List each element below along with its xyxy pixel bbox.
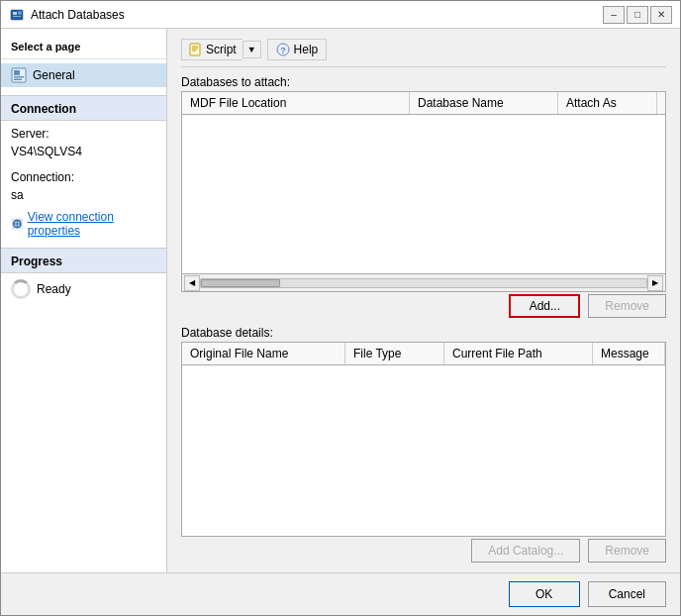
add-button[interactable]: Add... xyxy=(509,294,580,318)
view-connection-link[interactable]: View connection properties xyxy=(1,208,166,240)
connection-link-icon xyxy=(11,217,24,231)
main-area: Script ▼ ? Help Databases to attach: xyxy=(167,29,680,572)
spinner-icon xyxy=(11,279,31,299)
svg-text:?: ? xyxy=(280,46,286,55)
cancel-button[interactable]: Cancel xyxy=(588,581,666,607)
connection-info: Connection: sa xyxy=(1,164,166,208)
script-icon xyxy=(188,43,202,56)
attach-section: Databases to attach: MDF File Location D… xyxy=(181,75,666,318)
add-catalog-button[interactable]: Add Catalog... xyxy=(471,539,580,563)
original-file-header: Original File Name xyxy=(182,343,345,364)
attach-label: Databases to attach: xyxy=(181,75,666,89)
dialog-footer: OK Cancel xyxy=(1,572,680,615)
progress-content: Ready xyxy=(1,273,166,305)
dialog-body: Select a page General Connection Server:… xyxy=(1,29,680,572)
extra-column-header xyxy=(657,92,666,114)
connection-header: Connection xyxy=(1,95,166,121)
toolbar: Script ▼ ? Help xyxy=(181,39,666,67)
details-table-header: Original File Name File Type Current Fil… xyxy=(182,343,665,365)
current-file-path-header: Current File Path xyxy=(444,343,593,364)
help-label: Help xyxy=(294,43,319,56)
svg-rect-2 xyxy=(13,16,21,17)
message-header: Message xyxy=(593,343,665,364)
connection-value: sa xyxy=(11,188,24,202)
general-item-label: General xyxy=(33,68,75,82)
server-value: VS4\SQLVS4 xyxy=(11,145,82,158)
general-icon xyxy=(11,67,27,83)
scrollbar-thumb[interactable] xyxy=(201,279,280,287)
script-arrow[interactable]: ▼ xyxy=(243,41,261,58)
attach-buttons: Add... Remove xyxy=(181,294,666,318)
maximize-button[interactable]: □ xyxy=(627,6,648,24)
script-dropdown[interactable]: Script ▼ xyxy=(181,39,261,60)
help-button[interactable]: ? Help xyxy=(267,39,328,60)
scroll-right-button[interactable]: ▶ xyxy=(647,275,663,291)
dbname-column-header: Database Name xyxy=(410,92,558,114)
title-bar: Attach Databases – □ ✕ xyxy=(1,1,680,29)
details-table-body[interactable] xyxy=(182,365,665,464)
sidebar-item-general[interactable]: General xyxy=(1,63,166,87)
svg-rect-7 xyxy=(14,79,22,81)
details-remove-button[interactable]: Remove xyxy=(588,539,666,563)
remove-button[interactable]: Remove xyxy=(588,294,666,318)
svg-rect-1 xyxy=(13,12,17,15)
scroll-left-button[interactable]: ◀ xyxy=(184,275,200,291)
connection-label: Connection: xyxy=(11,170,74,184)
help-icon: ? xyxy=(276,43,290,56)
minimize-button[interactable]: – xyxy=(603,6,625,24)
dialog-icon xyxy=(9,7,25,23)
scrollbar-area[interactable]: ◀ ▶ xyxy=(182,273,665,291)
server-info: Server: VS4\SQLVS4 xyxy=(1,121,166,164)
view-connection-text: View connection properties xyxy=(28,210,156,238)
attach-table: MDF File Location Database Name Attach A… xyxy=(181,91,666,292)
details-label: Database details: xyxy=(181,326,666,340)
script-label: Script xyxy=(206,43,237,56)
svg-point-3 xyxy=(18,11,22,15)
ready-label: Ready xyxy=(37,282,71,296)
server-label: Server: xyxy=(11,127,49,141)
attach-databases-dialog: Attach Databases – □ ✕ Select a page Ge xyxy=(0,0,681,616)
svg-rect-6 xyxy=(14,76,24,78)
scrollbar-track[interactable] xyxy=(200,278,647,288)
attach-table-body[interactable] xyxy=(182,115,665,273)
details-buttons: Add Catalog... Remove xyxy=(181,539,666,563)
svg-rect-5 xyxy=(14,70,20,75)
details-table: Original File Name File Type Current Fil… xyxy=(181,342,666,537)
file-type-header: File Type xyxy=(345,343,444,364)
mdf-column-header: MDF File Location xyxy=(182,92,410,114)
close-button[interactable]: ✕ xyxy=(650,6,672,24)
ok-button[interactable]: OK xyxy=(509,581,580,607)
select-page-label: Select a page xyxy=(1,37,166,59)
dialog-title: Attach Databases xyxy=(31,8,603,22)
attachas-column-header: Attach As xyxy=(558,92,657,114)
svg-rect-12 xyxy=(190,44,200,55)
window-controls: – □ ✕ xyxy=(603,6,672,24)
attach-table-header: MDF File Location Database Name Attach A… xyxy=(182,92,665,115)
details-section: Database details: Original File Name Fil… xyxy=(181,326,666,563)
script-button[interactable]: Script xyxy=(181,39,243,60)
sidebar: Select a page General Connection Server:… xyxy=(1,29,167,572)
progress-header: Progress xyxy=(1,248,166,273)
